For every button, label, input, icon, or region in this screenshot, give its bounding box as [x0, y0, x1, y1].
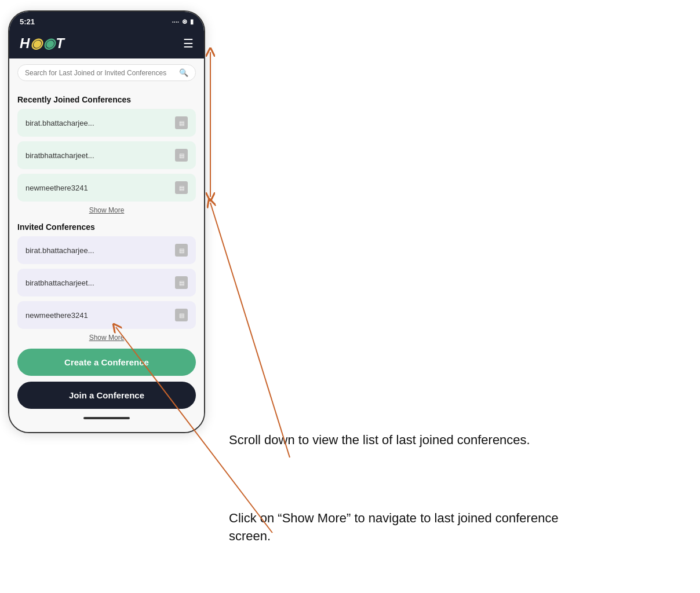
recently-joined-item-1-icon: ▤: [175, 116, 188, 129]
search-input[interactable]: [25, 69, 176, 77]
phone-frame: 5:21 ···· ⊛ ▮ H◉◉T ☰ 🔍 Recently Joined C…: [8, 10, 205, 433]
annotation-text-scroll: Scroll down to view the list of last joi…: [229, 431, 530, 449]
recently-joined-item-3-name: newmeethere3241: [25, 184, 88, 192]
invited-item-3-icon: ▤: [175, 309, 188, 321]
invited-conferences-title: Invited Conferences: [17, 222, 196, 232]
create-conference-button[interactable]: Create a Conference: [17, 349, 196, 376]
invited-item-3[interactable]: newmeethere3241 ▤: [17, 301, 196, 329]
hamburger-menu-icon[interactable]: ☰: [183, 36, 194, 50]
home-indicator: [83, 417, 130, 419]
invited-item-3-name: newmeethere3241: [25, 311, 88, 320]
search-bar-container: 🔍: [9, 58, 204, 87]
invited-item-2-name: biratbhattacharjeet...: [25, 279, 94, 287]
app-logo: H◉◉T: [20, 35, 65, 52]
status-icons: ···· ⊛ ▮: [172, 18, 194, 25]
recently-joined-item-3[interactable]: newmeethere3241 ▤: [17, 174, 196, 202]
recently-joined-show-more[interactable]: Show More: [17, 206, 196, 214]
recently-joined-item-2-icon: ▤: [175, 149, 188, 162]
status-time: 5:21: [20, 17, 35, 26]
recently-joined-item-3-icon: ▤: [175, 181, 188, 194]
recently-joined-item-2[interactable]: biratbhattacharjeet... ▤: [17, 141, 196, 169]
search-input-wrap[interactable]: 🔍: [17, 64, 196, 81]
signal-icon: ····: [172, 19, 179, 25]
invited-item-2[interactable]: biratbhattacharjeet... ▤: [17, 269, 196, 296]
invited-item-1[interactable]: birat.bhattacharjee... ▤: [17, 236, 196, 264]
recently-joined-item-1[interactable]: birat.bhattacharjee... ▤: [17, 109, 196, 137]
invited-item-2-icon: ▤: [175, 276, 188, 289]
recently-joined-item-2-name: biratbhattacharjeet...: [25, 151, 94, 160]
app-header: H◉◉T ☰: [9, 31, 204, 58]
search-icon: 🔍: [179, 68, 188, 77]
battery-icon: ▮: [190, 18, 194, 25]
recently-joined-item-1-name: birat.bhattacharjee...: [25, 119, 94, 127]
wifi-icon: ⊛: [182, 18, 187, 25]
recently-joined-title: Recently Joined Conferences: [17, 95, 196, 104]
invited-show-more[interactable]: Show More: [17, 334, 196, 342]
annotation-text-showmore: Click on “Show More” to navigate to last…: [229, 510, 577, 546]
main-content: Recently Joined Conferences birat.bhatta…: [9, 87, 204, 432]
invited-item-1-name: birat.bhattacharjee...: [25, 246, 94, 255]
join-conference-button[interactable]: Join a Conference: [17, 382, 196, 409]
svg-line-1: [210, 203, 290, 457]
invited-item-1-icon: ▤: [175, 244, 188, 257]
status-bar: 5:21 ···· ⊛ ▮: [9, 12, 204, 31]
